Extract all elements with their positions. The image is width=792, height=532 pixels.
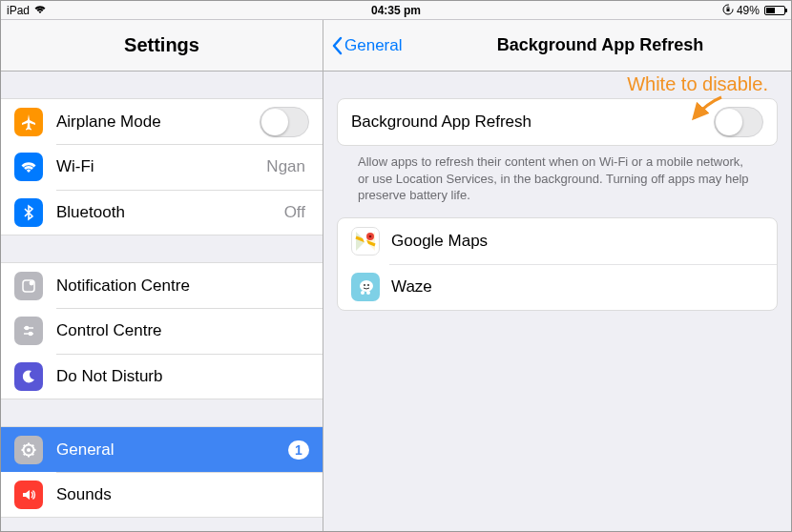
clock: 04:35 pm: [263, 4, 528, 17]
svg-point-26: [361, 291, 365, 295]
app-label: Google Maps: [391, 232, 763, 251]
app-row-waze[interactable]: Waze: [338, 264, 777, 310]
back-label: General: [344, 36, 402, 55]
settings-sidebar: Settings Airplane Mode Wi-Fi Ngan Blueto…: [1, 20, 323, 531]
svg-line-14: [24, 444, 25, 445]
google-maps-icon: [351, 227, 380, 256]
svg-point-7: [29, 332, 31, 335]
battery-percent: 49%: [737, 4, 760, 17]
sidebar-item-general[interactable]: General 1: [1, 426, 323, 472]
sidebar-item-label: Wi-Fi: [56, 157, 266, 176]
control-centre-icon: [14, 317, 43, 345]
sidebar-item-notification-centre[interactable]: Notification Centre: [1, 262, 323, 308]
bluetooth-status: Off: [284, 203, 305, 222]
apps-section: Google Maps Waze: [337, 217, 778, 311]
waze-icon: [351, 273, 380, 301]
airplane-icon: [14, 108, 43, 136]
sidebar-item-bluetooth[interactable]: Bluetooth Off: [1, 190, 323, 235]
svg-point-25: [367, 284, 369, 286]
app-row-google-maps[interactable]: Google Maps: [338, 218, 777, 264]
svg-point-22: [369, 235, 372, 237]
svg-line-15: [32, 453, 33, 454]
app-label: Waze: [391, 277, 763, 297]
sidebar-item-label: General: [56, 440, 288, 460]
section-description: Allow apps to refresh their content when…: [337, 146, 778, 217]
master-toggle-label: Background App Refresh: [351, 113, 714, 132]
annotation-arrow-icon: [688, 95, 726, 124]
sidebar-item-airplane-mode[interactable]: Airplane Mode: [1, 98, 323, 144]
sidebar-title: Settings: [1, 20, 323, 72]
sidebar-item-label: Do Not Disturb: [56, 367, 309, 386]
battery-icon: [764, 6, 785, 15]
svg-point-24: [364, 284, 365, 286]
svg-line-16: [24, 453, 25, 454]
status-bar: iPad 04:35 pm 49%: [1, 1, 791, 20]
notification-icon: [14, 272, 43, 300]
svg-point-9: [27, 448, 31, 452]
sidebar-item-label: Bluetooth: [56, 203, 284, 222]
annotation-text: White to disable.: [627, 73, 768, 95]
back-button[interactable]: General: [323, 36, 402, 55]
gear-icon: [14, 436, 43, 464]
sidebar-item-control-centre[interactable]: Control Centre: [1, 308, 323, 354]
bluetooth-icon: [14, 198, 43, 227]
svg-line-17: [32, 444, 33, 445]
sidebar-item-do-not-disturb[interactable]: Do Not Disturb: [1, 354, 323, 399]
sidebar-item-wifi[interactable]: Wi-Fi Ngan: [1, 144, 323, 190]
moon-icon: [14, 362, 43, 391]
speaker-icon: [14, 481, 43, 509]
page-title: Background App Refresh: [428, 35, 772, 55]
device-name: iPad: [7, 4, 30, 17]
wifi-current-network: Ngan: [266, 157, 305, 176]
sidebar-item-label: Sounds: [56, 485, 309, 504]
svg-point-27: [366, 291, 370, 295]
wifi-icon: [14, 153, 43, 181]
svg-point-5: [25, 326, 28, 329]
chevron-left-icon: [331, 36, 343, 55]
sidebar-item-label: Airplane Mode: [56, 113, 260, 132]
wifi-status-icon: [33, 5, 47, 16]
svg-rect-1: [726, 9, 729, 11]
general-badge: 1: [288, 440, 309, 460]
sidebar-item-sounds[interactable]: Sounds: [1, 472, 323, 518]
svg-point-3: [30, 280, 34, 285]
svg-point-23: [360, 280, 373, 292]
sidebar-item-label: Control Centre: [56, 321, 309, 340]
sidebar-item-label: Notification Centre: [56, 276, 309, 296]
orientation-lock-icon: [722, 4, 734, 17]
airplane-toggle[interactable]: [260, 107, 309, 137]
